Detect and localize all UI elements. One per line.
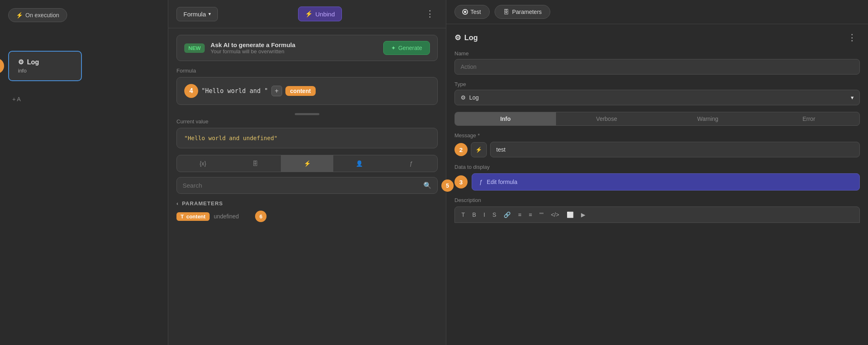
params-chevron: ‹ [176, 200, 179, 207]
log-level-verbose[interactable]: Verbose [556, 112, 657, 125]
parameters-button[interactable]: 🗄 Parameters [495, 5, 550, 19]
log-level-error[interactable]: Error [758, 112, 859, 125]
formula-editor[interactable]: 4 "Hello world and " + content [176, 77, 438, 105]
more-options-button[interactable]: ⋮ [422, 7, 438, 21]
ai-banner-left: NEW Ask AI to generate a Formula Your fo… [184, 41, 295, 54]
test-button[interactable]: Test [454, 5, 490, 19]
type-select[interactable]: ⚙ Log ▾ [454, 90, 860, 105]
log-level-info[interactable]: Info [455, 112, 556, 125]
unbind-icon: ⚡ [305, 10, 313, 18]
message-label: Message * [454, 132, 860, 138]
current-value-label: Current value [168, 117, 446, 128]
desc-tool-code[interactable]: </> [548, 210, 561, 219]
current-value-box: "Hello world and undefined" [176, 128, 438, 148]
ai-banner: NEW Ask AI to generate a Formula Your fo… [176, 35, 438, 61]
data-display-label: Data to display [454, 164, 860, 170]
params-section: ‹ PARAMETERS T content undefined 6 [168, 199, 446, 224]
chevron-down-icon: ▾ [208, 11, 211, 17]
log-level-warning[interactable]: Warning [657, 112, 758, 125]
desc-tool-quote[interactable]: "" [537, 210, 546, 219]
type-icon: ⚙ [461, 94, 466, 101]
lightning-icon: ⚡ [16, 12, 23, 18]
search-icon: 🔍 [423, 182, 432, 189]
section-title: ⚙ Log [454, 33, 478, 42]
desc-tool-video[interactable]: ▶ [579, 210, 588, 219]
params-icon: 🗄 [503, 9, 509, 15]
section-title-row: ⚙ Log ⋮ [454, 31, 860, 45]
tab-function[interactable]: ƒ [385, 155, 437, 172]
left-panel: ⚡ On execution 1 ⚙ Log info + A [0, 0, 168, 345]
type-label: Type [454, 81, 860, 87]
log-icon: ⚙ [18, 58, 24, 66]
formula-plus-button[interactable]: + [271, 86, 282, 96]
step-badge-3: 3 [454, 175, 468, 188]
desc-tool-bold[interactable]: B [470, 210, 479, 219]
add-action-button[interactable]: + A [8, 93, 25, 105]
test-dot-icon [463, 10, 467, 14]
param-item: T content undefined 6 [176, 211, 438, 222]
desc-tool-strike[interactable]: S [490, 210, 499, 219]
resize-handle[interactable] [168, 111, 446, 117]
on-execution-button[interactable]: ⚡ On execution [8, 8, 67, 22]
step-badge-2: 2 [454, 143, 468, 156]
desc-tool-italic[interactable]: I [481, 210, 488, 219]
tab-trigger[interactable]: ⚡ [281, 155, 333, 172]
tab-variables[interactable]: {x} [177, 155, 229, 172]
sparkle-icon: ✦ [391, 45, 396, 51]
formula-header: Formula ▾ ⚡ Unbind ⋮ [168, 0, 446, 28]
step-badge-1: 1 [0, 58, 4, 74]
log-node[interactable]: ⚙ Log info [8, 51, 82, 81]
chevron-down-icon: ▾ [851, 94, 854, 101]
desc-tool-image[interactable]: ⬜ [564, 210, 576, 219]
formula-string: "Hello world and " [201, 87, 268, 95]
name-label: Name [454, 50, 860, 57]
message-input-row: 2 ⚡ [454, 142, 860, 157]
desc-tool-ol[interactable]: ≡ [526, 210, 534, 219]
divider-pill [295, 113, 319, 115]
log-node-title: ⚙ Log [18, 58, 72, 66]
formula-dropdown[interactable]: Formula ▾ [176, 7, 218, 21]
unbind-icon: ⚡ [475, 147, 482, 153]
edit-formula-button[interactable]: ƒ Edit formula [472, 173, 860, 191]
tab-bar: {x} 🗄 ⚡ 👤 ƒ [176, 155, 438, 172]
log-level-tabs: Info Verbose Warning Error [454, 112, 860, 126]
generate-button[interactable]: ✦ Generate [383, 41, 430, 55]
search-input[interactable] [183, 182, 419, 189]
step-badge-6: 6 [255, 211, 267, 222]
tab-database[interactable]: 🗄 [229, 155, 281, 172]
tab-user[interactable]: 👤 [333, 155, 385, 172]
desc-tool-t[interactable]: T [459, 210, 468, 219]
on-execution-label: On execution [25, 12, 59, 18]
name-input[interactable] [454, 59, 860, 75]
step-badge-5: 5 [441, 179, 454, 192]
log-icon: ⚙ [454, 33, 461, 42]
log-node-container: 1 ⚙ Log info [8, 51, 82, 81]
log-more-button[interactable]: ⋮ [844, 31, 860, 45]
new-badge: NEW [184, 43, 205, 53]
desc-tool-ul[interactable]: ≡ [515, 210, 524, 219]
type-value: Log [469, 94, 479, 101]
log-node-subtitle: info [18, 68, 72, 74]
ai-banner-text: Ask AI to generate a Formula Your formul… [210, 41, 295, 54]
formula-icon: ƒ [479, 179, 483, 185]
step-badge-4: 4 [184, 84, 198, 98]
description-label: Description [454, 197, 860, 203]
description-toolbar: T B I S 🔗 ≡ ≡ "" </> ⬜ ▶ [454, 207, 860, 223]
middle-panel: Formula ▾ ⚡ Unbind ⋮ NEW Ask AI to gener… [168, 0, 446, 345]
formula-label: Formula [168, 68, 446, 74]
param-badge: T content [176, 212, 210, 221]
right-panel: Test 🗄 Parameters ⚙ Log ⋮ Name Type ⚙ Lo… [446, 0, 868, 345]
search-bar: 🔍 5 [176, 177, 438, 194]
right-content: ⚙ Log ⋮ Name Type ⚙ Log ▾ Info Verbose [446, 24, 868, 345]
content-badge: content [285, 86, 316, 96]
unbind-button[interactable]: ⚡ Unbind [298, 7, 342, 21]
message-icon-button[interactable]: ⚡ [471, 142, 487, 157]
right-top-bar: Test 🗄 Parameters [446, 0, 868, 24]
params-header[interactable]: ‹ PARAMETERS [176, 200, 438, 207]
desc-tool-link[interactable]: 🔗 [501, 210, 513, 219]
message-input[interactable] [490, 142, 860, 157]
